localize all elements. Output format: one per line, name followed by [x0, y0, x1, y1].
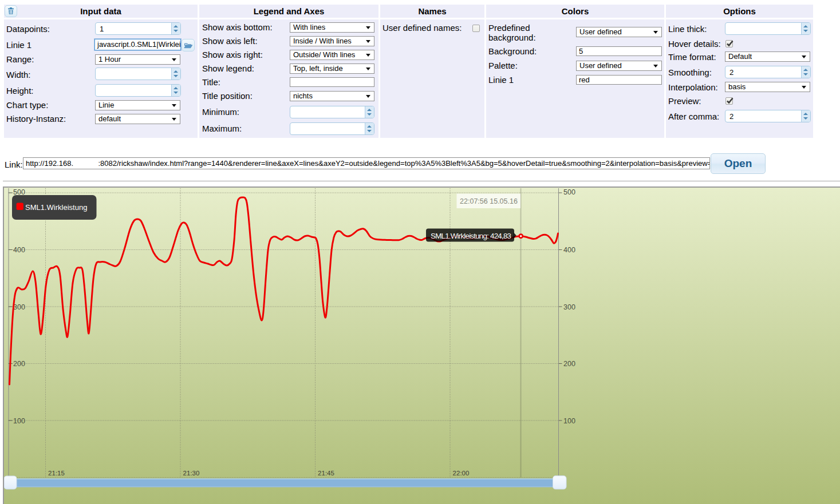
svg-text:21:30: 21:30	[183, 470, 200, 477]
svg-text:21:15: 21:15	[48, 470, 65, 477]
svg-text:22:07:56 15.05.16: 22:07:56 15.05.16	[460, 197, 518, 205]
svg-text:300: 300	[13, 303, 25, 311]
svg-text:400: 400	[563, 246, 575, 254]
svg-text:100: 100	[13, 417, 25, 425]
svg-text:SML1.Wirkleistung: 424,83: SML1.Wirkleistung: 424,83	[431, 232, 511, 240]
svg-text:500: 500	[563, 188, 575, 196]
svg-text:500: 500	[13, 188, 25, 196]
svg-text:21:45: 21:45	[318, 470, 334, 477]
svg-text:400: 400	[13, 246, 25, 254]
svg-text:100: 100	[563, 417, 575, 425]
svg-text:22:00: 22:00	[453, 470, 470, 477]
svg-text:SML1.Wirkleistung: SML1.Wirkleistung	[25, 203, 87, 212]
svg-text:200: 200	[563, 360, 575, 368]
svg-text:200: 200	[13, 360, 25, 368]
svg-text:300: 300	[563, 303, 575, 311]
